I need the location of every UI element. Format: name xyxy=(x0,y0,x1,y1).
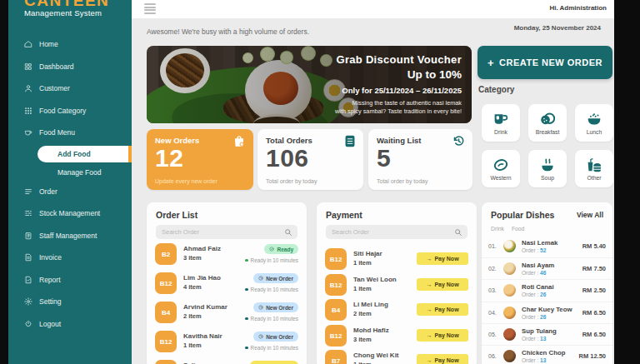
item-count: 1 item xyxy=(353,285,372,292)
item-count: 3 item xyxy=(183,254,202,262)
stat-value: 106 xyxy=(266,144,309,172)
category-card-other[interactable]: Other xyxy=(575,150,613,187)
dish-photo xyxy=(503,328,516,341)
pay-now-button[interactable]: →Pay Now xyxy=(417,252,468,265)
sidebar-item-food-category[interactable]: Food Category xyxy=(8,100,132,122)
arrow-right-icon: → xyxy=(426,256,432,262)
status-badge: New Order xyxy=(253,332,298,342)
fastfood-icon xyxy=(586,157,602,172)
dish-price: RM 6.50 xyxy=(582,309,606,317)
cup-icon xyxy=(24,128,32,137)
sidebar-item-stock-management[interactable]: Stock Management xyxy=(8,202,132,225)
dish-row[interactable]: 01. Nasi Lemak Order : 52 RM 5.40 xyxy=(482,236,612,257)
hamburger-menu-icon[interactable] xyxy=(144,3,156,15)
dish-rank: 04. xyxy=(488,310,497,316)
dish-photo xyxy=(503,350,516,362)
steak-icon xyxy=(492,157,509,172)
dish-row[interactable]: 03. Roti Canai Order : 26 RM 2.50 xyxy=(482,279,612,301)
order-search-input[interactable] xyxy=(162,225,268,239)
sidebar-item-label: Manage Food xyxy=(58,168,101,177)
power-icon xyxy=(24,320,32,328)
banner-subtitle: Up to 10% xyxy=(335,68,462,81)
pay-now-button[interactable]: →Pay Now xyxy=(417,329,468,342)
dish-row[interactable]: 04. Char Kuey Teow Order : 26 RM 6.50 xyxy=(482,302,612,323)
sidebar-item-label: Report xyxy=(39,276,61,284)
sidebar-item-report[interactable]: Report xyxy=(8,269,132,292)
invoice-icon xyxy=(24,253,32,262)
clock-icon xyxy=(258,305,263,310)
dish-row[interactable]: 02. Nasi Ayam Order : 46 RM 7.50 xyxy=(482,257,612,279)
sidebar-item-order[interactable]: Order xyxy=(8,181,132,203)
dish-name: Chicken Chop xyxy=(522,349,565,357)
status-dot xyxy=(245,347,248,350)
sidebar-item-logout[interactable]: Logout xyxy=(8,313,132,336)
clock-icon xyxy=(258,276,263,281)
tab-food[interactable]: Food xyxy=(512,226,525,232)
dish-row[interactable]: 05. Sup Tulang Order : 13 RM 6.50 xyxy=(482,323,612,345)
sidebar-item-home[interactable]: Home xyxy=(8,33,132,56)
sidebar-item-label: Food Category xyxy=(39,107,86,115)
category-label: Breakfast xyxy=(536,129,560,135)
stat-value: 12 xyxy=(155,144,183,172)
sidebar-item-label: Dashboard xyxy=(39,62,74,71)
order-row[interactable]: B2 Ahmad Faiz 3 item Ready Ready in 10 m… xyxy=(147,243,307,268)
pay-now-button[interactable]: →Pay Now xyxy=(417,303,468,316)
sidebar-item-customer[interactable]: Customer xyxy=(8,77,132,100)
create-new-order-button[interactable]: + CREATE NEW ORDER xyxy=(478,46,612,79)
category-card-western[interactable]: Western xyxy=(482,150,520,187)
sidebar-item-staff-management[interactable]: Staff Management xyxy=(8,225,132,247)
order-bag-icon xyxy=(232,135,246,151)
category-card-breakfast[interactable]: Breakfast xyxy=(528,104,567,142)
dish-order-count: Order : 52 xyxy=(522,247,546,253)
table-badge: B12 xyxy=(155,331,177,352)
dish-photo xyxy=(503,262,516,275)
item-count: 2 item xyxy=(183,312,202,320)
tab-drink[interactable]: Drink xyxy=(491,226,504,232)
payment-title: Payment xyxy=(326,210,362,220)
sidebar-item-food-menu[interactable]: Food Menu xyxy=(8,122,132,144)
order-row[interactable]: B12 Kavitha Nair 1 item New Order Ready … xyxy=(147,331,307,356)
stat-card-total-orders: Total Orders 106 Total order by today xyxy=(258,129,363,190)
sidebar-item-add-food[interactable]: Add Food xyxy=(38,146,132,162)
pay-now-button[interactable]: →Pay Now xyxy=(417,354,468,364)
dish-price: RM 2.50 xyxy=(582,287,606,294)
order-row[interactable]: B12 Lim Jia Hao 4 item New Order Ready i… xyxy=(147,272,307,297)
category-label: Other xyxy=(588,175,602,181)
category-card-soup[interactable]: Soup xyxy=(528,150,567,187)
promo-banner[interactable]: Grab Discount Voucher Up to 10% Only for… xyxy=(147,46,472,123)
dish-name: Nasi Ayam xyxy=(522,262,554,269)
lunch-icon xyxy=(586,112,602,127)
dish-name: Char Kuey Teow xyxy=(522,306,572,313)
payment-search-input[interactable] xyxy=(332,225,438,239)
gear-icon xyxy=(24,297,32,306)
stat-caption: Update every new order xyxy=(155,178,218,184)
pay-now-button[interactable]: →Pay Now xyxy=(417,278,468,291)
sidebar-item-label: Food Menu xyxy=(39,128,75,137)
dish-name: Nasi Lemak xyxy=(522,239,558,247)
view-all-link[interactable]: View All xyxy=(577,211,603,219)
sidebar-item-label: Stock Management xyxy=(39,209,100,217)
table-badge: B2 xyxy=(155,243,177,265)
create-new-order-label: CREATE NEW ORDER xyxy=(499,57,602,67)
sidebar-item-invoice[interactable]: Invoice xyxy=(8,247,132,269)
clock-icon xyxy=(258,334,263,339)
order-row[interactable]: Salina xyxy=(147,360,307,364)
payment-row: B7 Chong Wei Kit 1 item →Pay Now xyxy=(317,350,477,364)
banner-title: Grab Discount Voucher xyxy=(335,53,462,66)
sidebar-item-dashboard[interactable]: Dashboard xyxy=(8,56,132,78)
category-card-lunch[interactable]: Lunch xyxy=(575,104,613,142)
sidebar-item-setting[interactable]: Setting xyxy=(8,291,132,313)
item-count: 1 item xyxy=(353,259,372,267)
sidebar-item-manage-food[interactable]: Manage Food xyxy=(8,164,132,181)
status-message: Awesome! We're busy with a high volume o… xyxy=(147,27,309,36)
dish-row[interactable]: 06. Chicken Chop Order : 13 RM 12.50 xyxy=(482,345,612,364)
table-badge: B12 xyxy=(155,272,177,294)
order-row[interactable]: B4 Arvind Kumar 2 item New Order Ready i… xyxy=(147,302,307,327)
arrow-right-icon: → xyxy=(426,307,432,312)
payment-row: B12 Siti Hajar 1 item →Pay Now xyxy=(317,248,477,273)
arrow-right-icon: → xyxy=(426,332,432,338)
item-count: 1 item xyxy=(183,342,202,349)
stat-caption: Total order by today xyxy=(266,178,317,184)
dish-name: Roti Canai xyxy=(522,283,554,291)
category-card-drink[interactable]: Drink xyxy=(482,104,520,142)
